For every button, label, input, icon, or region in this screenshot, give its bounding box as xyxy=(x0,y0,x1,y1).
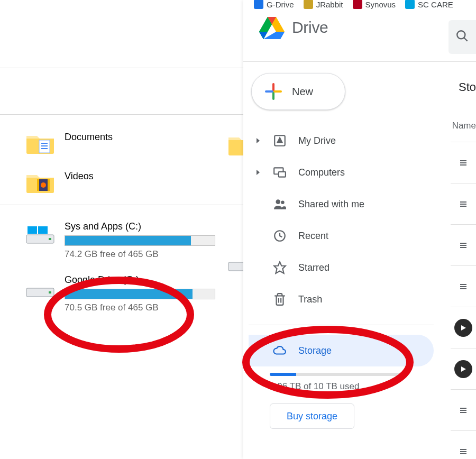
nav-label: Starred xyxy=(298,262,329,273)
drive-usage-bar xyxy=(65,235,215,246)
drive-nav: My Drive Computers Shared with me Recent xyxy=(249,125,434,429)
svg-rect-5 xyxy=(37,179,39,191)
svg-point-7 xyxy=(41,182,46,188)
list-row[interactable] xyxy=(451,183,476,224)
list-row[interactable] xyxy=(451,389,476,430)
svg-line-24 xyxy=(464,38,468,41)
svg-rect-45 xyxy=(460,204,466,205)
bookmarks-bar: G-Drive JRabbit Synovus SC CARE xyxy=(254,0,476,11)
svg-marker-29 xyxy=(257,138,260,143)
column-header-name: Name xyxy=(452,121,476,131)
trash-icon xyxy=(273,292,287,306)
nav-computers[interactable]: Computers xyxy=(249,157,434,188)
drive-free-text: 70.5 GB free of 465 GB xyxy=(65,302,215,313)
svg-rect-59 xyxy=(460,451,466,452)
new-button[interactable]: New xyxy=(251,73,345,110)
svg-rect-41 xyxy=(460,160,466,161)
search-button[interactable] xyxy=(448,20,476,54)
svg-rect-51 xyxy=(460,286,466,287)
video-thumbnail xyxy=(454,319,472,337)
google-drive-logo-icon xyxy=(259,16,285,39)
video-thumbnail xyxy=(454,360,472,378)
list-row[interactable] xyxy=(451,348,476,389)
svg-rect-42 xyxy=(460,162,466,163)
svg-rect-34 xyxy=(279,172,286,177)
svg-point-23 xyxy=(457,31,465,39)
list-row[interactable] xyxy=(451,430,476,459)
svg-rect-56 xyxy=(460,410,466,411)
new-button-label: New xyxy=(292,86,313,98)
svg-marker-53 xyxy=(461,325,466,331)
svg-rect-58 xyxy=(460,449,466,450)
svg-rect-47 xyxy=(460,243,466,244)
drag-handle-icon xyxy=(459,447,468,456)
svg-rect-57 xyxy=(460,412,466,413)
shared-icon xyxy=(273,197,287,211)
drive-free-text: 74.2 GB free of 465 GB xyxy=(65,249,215,260)
svg-rect-43 xyxy=(460,164,466,166)
drive-usage-bar xyxy=(65,289,215,299)
svg-point-35 xyxy=(276,199,280,204)
list-row[interactable] xyxy=(451,142,476,183)
drive-header: Drive xyxy=(259,16,328,39)
drag-handle-icon xyxy=(459,159,468,167)
svg-point-36 xyxy=(281,201,285,205)
svg-rect-48 xyxy=(460,245,466,246)
svg-rect-52 xyxy=(460,288,466,289)
list-row[interactable] xyxy=(451,224,476,265)
nav-label: Trash xyxy=(298,294,322,305)
bookmark-label: Synovus xyxy=(365,0,396,9)
nav-storage[interactable]: Storage xyxy=(249,335,434,366)
drag-handle-icon xyxy=(459,200,468,208)
nav-label: Recent xyxy=(298,231,328,242)
expand-arrow-icon[interactable] xyxy=(255,137,261,144)
expand-arrow-icon[interactable] xyxy=(255,169,261,176)
svg-marker-32 xyxy=(257,170,260,175)
bookmark-sc-care[interactable]: SC CARE xyxy=(405,0,453,9)
svg-rect-10 xyxy=(28,226,37,234)
svg-rect-50 xyxy=(460,284,466,285)
nav-my-drive[interactable]: My Drive xyxy=(249,125,434,157)
nav-shared-with-me[interactable]: Shared with me xyxy=(249,188,434,220)
nav-label: Storage xyxy=(298,345,332,356)
list-row[interactable] xyxy=(451,307,476,348)
bookmark-gdrive[interactable]: G-Drive xyxy=(254,0,294,9)
buy-storage-label: Buy storage xyxy=(287,411,337,422)
svg-rect-11 xyxy=(38,226,48,234)
my-drive-icon xyxy=(273,134,287,148)
bookmark-label: SC CARE xyxy=(418,0,453,9)
page-title-partial: Sto xyxy=(459,80,476,94)
storage-usage-text: 1.96 TB of 10 TB used xyxy=(270,381,434,392)
nav-label: My Drive xyxy=(298,135,336,146)
search-icon xyxy=(455,29,469,45)
star-icon xyxy=(273,261,287,274)
cloud-icon xyxy=(273,344,287,357)
google-drive-panel: G-Drive JRabbit Synovus SC CARE Drive Ne… xyxy=(243,0,476,459)
svg-rect-44 xyxy=(460,201,466,203)
bookmark-label: G-Drive xyxy=(267,0,294,9)
computers-icon xyxy=(273,166,287,179)
svg-rect-49 xyxy=(460,247,466,248)
svg-marker-54 xyxy=(461,366,466,372)
bookmark-label: JRabbit xyxy=(316,0,343,9)
buy-storage-button[interactable]: Buy storage xyxy=(270,403,354,429)
bookmark-jrabbit[interactable]: JRabbit xyxy=(304,0,343,9)
nav-recent[interactable]: Recent xyxy=(249,220,434,252)
folder-icon xyxy=(25,170,55,194)
content-column-edge: Sto Name xyxy=(451,74,476,455)
svg-rect-6 xyxy=(48,179,50,191)
bookmark-synovus[interactable]: Synovus xyxy=(353,0,396,9)
svg-marker-31 xyxy=(278,138,282,143)
drag-handle-icon xyxy=(459,406,468,415)
drag-handle-icon xyxy=(459,241,468,250)
folder-icon xyxy=(25,131,55,155)
svg-rect-60 xyxy=(460,453,466,454)
folder-label: Videos xyxy=(65,171,94,182)
svg-rect-9 xyxy=(49,238,51,240)
drive-title: Google Drive (G:) xyxy=(65,274,215,286)
drive-brand-title: Drive xyxy=(292,19,328,36)
nav-trash[interactable]: Trash xyxy=(249,283,434,315)
nav-starred[interactable]: Starred xyxy=(249,252,434,283)
storage-usage-bar xyxy=(270,373,402,376)
list-row[interactable] xyxy=(451,265,476,307)
